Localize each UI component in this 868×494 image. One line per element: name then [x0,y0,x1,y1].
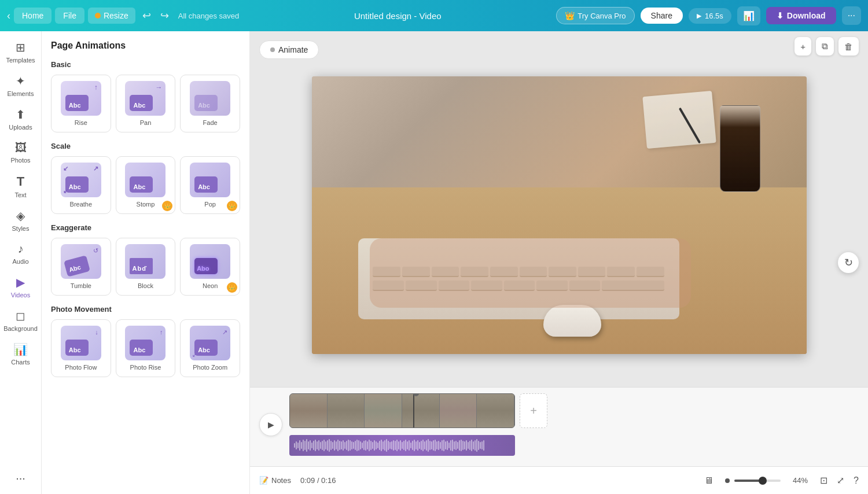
timeline-area: ▶ [250,387,868,466]
sidebar-item-background[interactable]: ◻ Background [2,304,39,337]
photoflow-preview: Abc ↓ [61,326,101,360]
play-button[interactable]: ▶ [259,413,282,436]
basic-section-title: Basic [51,60,240,69]
animation-photoflow[interactable]: Abc ↓ Photo Flow [51,319,111,377]
uploads-icon: ⬆ [16,108,25,121]
more-icon: ··· [16,471,25,485]
expand-button[interactable]: ⤢ [837,475,844,486]
pop-preview: Abc [190,163,230,197]
saved-status: All changes saved [178,12,240,20]
topbar: ‹ Home File Resize ↩ ↪ All changes saved… [0,0,868,31]
animation-tumble[interactable]: Abc ↺ Tumble [51,238,111,296]
zoom-track[interactable] [734,480,781,482]
tumble-preview: Abc ↺ [61,244,101,279]
breathe-label: Breathe [70,201,93,208]
notes-button[interactable]: 📝 Notes [259,476,291,485]
sidebar-item-text[interactable]: T Text [2,169,39,203]
video-timeline-track[interactable] [289,393,515,428]
sidebar-item-videos[interactable]: ▶ Videos [2,271,39,303]
sidebar-item-uploads[interactable]: ⬆ Uploads [2,103,39,135]
audio-timeline-track[interactable]: // Generate waveform bars const heights … [289,435,515,456]
frame-4 [402,394,440,427]
zoom-handle[interactable] [759,477,767,485]
waveform: // Generate waveform bars const heights … [289,435,515,456]
add-to-canvas-button[interactable]: + [795,37,811,56]
animation-pan[interactable]: Abc Pan [116,75,176,132]
sidebar-item-more[interactable]: ··· [2,467,39,489]
analytics-button[interactable]: 📊 [737,6,760,25]
videos-icon: ▶ [16,275,25,289]
neon-label: Neon [203,282,218,289]
exaggerate-animations-grid: Abc ↺ Tumble Abď Block Abo 👑 Neon [51,238,240,296]
animation-neon[interactable]: Abo 👑 Neon [180,238,240,296]
animation-photorise[interactable]: Abc ↑ Photo Rise [116,319,176,377]
tumble-label: Tumble [71,282,91,289]
resize-button[interactable]: Resize [88,8,135,24]
frame-5 [440,394,477,427]
resize-dot [95,13,101,19]
play-time-button[interactable]: ▶ 16.5s [689,8,731,24]
stomp-label: Stomp [137,201,155,208]
download-button[interactable]: ⬇ Download [766,7,836,24]
animations-panel: Page Animations Basic Abc Rise Abc Pan [42,31,250,494]
fade-label: Fade [203,119,218,126]
zoom-slider-area [725,478,781,483]
rise-preview: Abc [61,81,101,116]
zoom-percent: 44% [790,476,811,485]
refresh-icon: ↻ [844,256,853,269]
help-button[interactable]: ? [854,475,859,486]
timeline-controls: ▶ [259,393,859,456]
photo-movement-grid: Abc ↓ Photo Flow Abc ↑ Photo Rise Abc ↗ [51,319,240,377]
home-button[interactable]: Home [14,8,52,24]
sidebar-item-photos[interactable]: 🖼 Photos [2,137,39,168]
animation-block[interactable]: Abď Block [116,238,176,296]
canvas-frame[interactable] [312,76,807,354]
animation-pop[interactable]: Abc 👑 Pop [180,156,240,214]
canvas-toolbar: + ⧉ 🗑 [795,37,859,56]
block-label: Block [138,282,153,289]
panel-header: Page Animations [51,40,240,51]
neon-preview: Abo [190,244,230,279]
crown-icon: 👑 [565,11,575,20]
sidebar-item-elements[interactable]: ✦ Elements [2,69,39,102]
try-pro-button[interactable]: 👑 Try Canva Pro [556,7,634,24]
animation-rise[interactable]: Abc Rise [51,75,111,132]
delete-canvas-button[interactable]: 🗑 [838,37,859,56]
styles-icon: ◈ [16,209,25,223]
text-icon: T [17,174,24,189]
zoom-track-fill [734,480,760,482]
sidebar-item-charts[interactable]: 📊 Charts [2,338,39,370]
file-button[interactable]: File [55,8,84,24]
sidebar-item-audio[interactable]: ♪ Audio [2,238,39,270]
animate-button[interactable]: Animate [259,40,319,59]
main-content: ⊞ Templates ✦ Elements ⬆ Uploads 🖼 Photo… [0,31,868,494]
share-button[interactable]: Share [641,8,683,24]
add-clip-button[interactable]: + [520,393,547,428]
pan-label: Pan [140,119,152,126]
animation-stomp[interactable]: Abc 👑 Stomp [116,156,176,214]
audio-icon: ♪ [18,242,24,256]
more-options-button[interactable]: ··· [842,6,861,25]
copy-canvas-button[interactable]: ⧉ [816,37,834,56]
sidebar-item-styles[interactable]: ◈ Styles [2,204,39,237]
animation-photozoom[interactable]: Abc ↗ ↙ Photo Zoom [180,319,240,377]
time-display: 0:09 / 0:16 [300,476,336,485]
back-icon[interactable]: ‹ [7,10,10,22]
frame-3 [365,394,402,427]
animation-fade[interactable]: Abc Fade [180,75,240,132]
canvas-wrapper: ↻ [250,31,868,387]
stomp-crown: 👑 [162,201,172,211]
redo-button[interactable]: ↪ [157,6,172,25]
refresh-button[interactable]: ↻ [838,252,859,273]
sidebar-item-templates[interactable]: ⊞ Templates [2,36,39,68]
pop-crown: 👑 [227,201,237,211]
breathe-preview: Abc ↗ ↙ [61,163,101,197]
animation-breathe[interactable]: Abc ↗ ↙ Breathe [51,156,111,214]
play-icon: ▶ [268,420,274,429]
monitor-view-button[interactable]: 🖥 [702,473,716,488]
animate-button-area: Animate [259,40,319,64]
page-icon-button[interactable]: ⊡ [820,475,827,486]
undo-button[interactable]: ↩ [139,6,155,25]
zoom-dot [725,478,730,483]
photo-movement-section-title: Photo Movement [51,305,240,314]
